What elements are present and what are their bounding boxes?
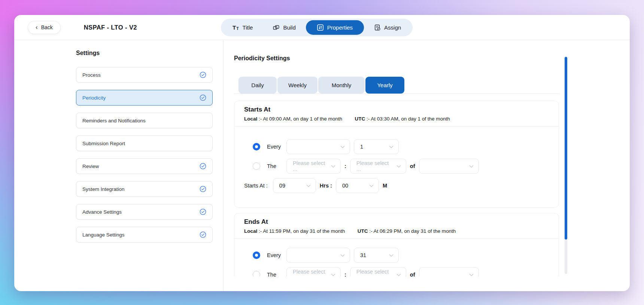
local-text: :- At 09:00 AM, on day 1 of the month [259,116,342,122]
chevron-down-icon [389,254,394,257]
sidebar-item-reminders-and-notifications[interactable]: Reminders and Notifications [76,113,213,128]
utc-label: UTC [358,228,368,234]
tab-build[interactable]: Build [263,20,306,35]
select-placeholder: Please select ... [293,160,327,172]
ends-at-section: Ends At Local :- At 11:59 PM, on day 31 … [234,213,559,277]
ends-the-radio[interactable] [253,271,260,277]
sidebar-item-label: Review [82,164,99,169]
of-label: of [410,163,415,169]
tab-monthly[interactable]: Monthly [318,77,365,94]
ends-every-row: Every 31 [244,248,549,263]
sidebar-item-process[interactable]: Process [76,67,213,83]
content-scrollbar-thumb[interactable] [565,57,567,240]
tab-properties[interactable]: Properties [306,20,364,35]
starts-hour-select[interactable]: 09 [273,178,316,193]
chevron-down-icon [469,274,474,276]
ends-every-radio[interactable] [253,251,260,259]
sidebar-item-submission-report[interactable]: Submission Report [76,135,213,151]
check-circle-icon [200,94,206,101]
hrs-label: Hrs : [320,183,332,189]
select-value: 1 [360,144,363,150]
every-label: Every [267,144,282,150]
back-button[interactable]: ‹ Back [28,21,61,34]
starts-minute-select[interactable]: 00 [336,178,379,193]
sidebar-item-label: Reminders and Notifications [82,118,146,123]
utc-text: :- At 06:29 PM, on day 31 of the month [369,228,456,234]
tab-daily[interactable]: Daily [239,77,277,94]
ends-every-count-select[interactable]: 31 [354,248,399,263]
tab-yearly[interactable]: Yearly [365,77,404,94]
starts-the-radio[interactable] [253,162,260,170]
sidebar-item-periodicity[interactable]: Periodicity [76,90,213,106]
header-tab-strip: TT Title Build [221,19,413,36]
tab-weekly[interactable]: Weekly [277,77,318,94]
sidebar-item-label: Process [82,72,101,78]
starts-at-time-label: Starts At : [244,183,268,189]
sidebar-item-language-settings[interactable]: Language Settings [76,227,213,243]
utc-label: UTC [355,116,365,122]
sidebar-item-system-integration[interactable]: System Integration [76,181,213,197]
check-circle-icon [200,163,206,170]
back-label: Back [41,24,53,30]
local-label: Local [244,228,257,234]
tab-title[interactable]: TT Title [222,20,263,35]
sidebar-item-label: Periodicity [82,95,106,101]
sidebar-item-label: Advance Settings [82,209,122,215]
periodicity-tab-strip: Daily Weekly Monthly Yearly [234,77,559,94]
starts-at-summary: Local :- At 09:00 AM, on day 1 of the mo… [244,115,549,122]
tab-build-label: Build [283,24,295,31]
starts-every-count-select[interactable]: 1 [354,139,399,154]
ends-the-day-select[interactable]: Please select ... [350,267,406,277]
assign-icon [374,24,380,31]
the-label: The [267,163,282,169]
starts-the-day-select[interactable]: Please select ... [350,159,406,174]
select-value: 00 [342,183,348,189]
check-circle-icon [200,208,206,215]
ends-the-row: The Please select ... : Please select ..… [244,267,549,277]
chevron-down-icon [306,184,311,187]
sidebar-item-review[interactable]: Review [76,158,213,174]
ends-at-title: Ends At [244,218,549,226]
sidebar-item-label: Language Settings [82,232,125,238]
chevron-down-icon [340,146,345,148]
local-label: Local [244,116,257,122]
tab-assign[interactable]: Assign [364,20,411,35]
starts-every-unit-select[interactable] [286,139,350,154]
minutes-suffix-label: M [383,183,387,189]
sidebar-item-label: Submission Report [82,141,125,146]
sidebar-item-advance-settings[interactable]: Advance Settings [76,204,213,220]
check-circle-icon [200,186,206,192]
select-placeholder: Please select ... [293,269,327,277]
properties-icon [317,24,323,31]
content-scroll-area: Periodicity Settings Daily Weekly Monthl… [224,40,630,277]
chevron-down-icon [331,274,335,276]
chevron-down-icon [369,184,374,187]
check-circle-icon [200,71,206,78]
content-scrollbar-track [565,56,567,274]
tab-title-label: Title [243,24,253,31]
ends-at-rows: Every 31 The [244,239,549,277]
ends-every-unit-select[interactable] [286,248,350,263]
chevron-down-icon [397,165,401,168]
back-chevron-icon: ‹ [36,24,38,30]
title-icon: TT [233,25,239,30]
chevron-down-icon [331,165,335,168]
tab-properties-label: Properties [327,24,353,31]
starts-the-ordinal-select[interactable]: Please select ... [286,159,341,174]
colon-separator: : [344,163,346,169]
starts-every-radio[interactable] [253,143,260,150]
of-label: of [410,272,415,277]
starts-the-month-select[interactable] [419,159,479,174]
select-placeholder: Please select ... [356,160,393,172]
select-placeholder: Please select ... [356,269,393,277]
tab-assign-label: Assign [384,24,401,31]
the-label: The [267,272,282,277]
select-value: 31 [360,252,366,258]
ends-the-ordinal-select[interactable]: Please select ... [286,267,341,277]
ends-the-month-select[interactable] [419,267,479,277]
local-text: :- At 11:59 PM, on day 31 of the month [259,228,345,234]
build-icon [273,24,279,31]
starts-at-rows: Every 1 The [244,126,549,193]
section-heading: Periodicity Settings [234,55,559,62]
ends-at-summary: Local :- At 11:59 PM, on day 31 of the m… [244,228,549,235]
